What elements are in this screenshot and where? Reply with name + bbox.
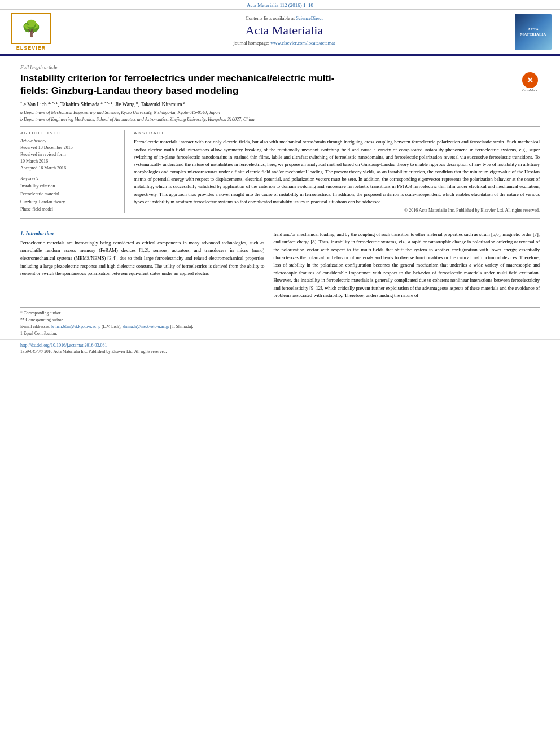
- article-type: Full length article: [20, 64, 540, 70]
- tree-icon: 🌳: [21, 19, 41, 38]
- crossmark-badge[interactable]: ✕ CrossMark: [520, 72, 540, 92]
- footnote-contribution: 1 Equal Contribution.: [20, 330, 540, 337]
- homepage-url[interactable]: www.elsevier.com/locate/actamat: [270, 40, 335, 46]
- intro-paragraph-right: field and/or mechanical loading, and by …: [273, 231, 540, 300]
- right-column: field and/or mechanical loading, and by …: [273, 231, 540, 303]
- journal-volume-info: Acta Materialia 112 (2016) 1–10: [0, 0, 560, 10]
- article-title-line2: fields: Ginzburg-Landau theory based mod…: [20, 85, 238, 96]
- email1-name: (L.V. Lich),: [102, 324, 121, 329]
- article-title-line1: Instability criterion for ferroelectrics…: [20, 73, 334, 84]
- keyword-3: Ginzburg-Landau theory: [20, 198, 117, 206]
- revised-date: 10 March 2016: [20, 158, 117, 165]
- footnote-area: * Corresponding author. ** Corresponding…: [20, 307, 540, 337]
- footnote-email: E-mail addresses: le.lich.68m@st.kyoto-u…: [20, 324, 540, 330]
- section-title: Introduction: [26, 231, 54, 237]
- article-title-row: Instability criterion for ferroelectrics…: [20, 72, 540, 97]
- elsevier-logo: 🌳 ELSEVIER: [6, 13, 56, 51]
- bottom-links: http://dx.doi.org/10.1016/j.actamat.2016…: [0, 339, 560, 357]
- abstract-text: Ferroelectric materials interact with no…: [134, 138, 540, 206]
- abstract-copyright: © 2016 Acta Materialia Inc. Published by…: [134, 208, 540, 213]
- divider-2: [20, 218, 540, 219]
- journal-title: Acta Materialia: [62, 23, 506, 38]
- email-label: E-mail addresses:: [20, 324, 50, 329]
- homepage-line: journal homepage: www.elsevier.com/locat…: [62, 40, 506, 46]
- crossmark-label: CrossMark: [522, 89, 537, 92]
- author-jie-wang: Jie Wang: [115, 102, 135, 107]
- logo-box: 🌳: [11, 13, 51, 44]
- bottom-copyright: 1359-6454/© 2016 Acta Materialia Inc. Pu…: [20, 349, 540, 354]
- doi-link[interactable]: http://dx.doi.org/10.1016/j.actamat.2016…: [20, 343, 540, 348]
- journal-header: 🌳 ELSEVIER Contents lists available at S…: [0, 10, 560, 55]
- homepage-label: journal homepage:: [234, 40, 270, 46]
- accepted-date: Accepted 16 March 2016: [20, 165, 117, 172]
- affiliations: a Department of Mechanical Engineering a…: [20, 110, 540, 123]
- keyword-4: Phase-field model: [20, 206, 117, 213]
- sciencedirect-link[interactable]: ScienceDirect: [296, 15, 323, 21]
- revised-date-label: Received in revised form: [20, 151, 117, 158]
- email2-link[interactable]: shimada@me.kyoto-u.ac.jp: [123, 324, 169, 329]
- history-label: Article history:: [20, 138, 117, 143]
- author-shimada: Takahiro Shimada: [60, 102, 99, 107]
- received-date: Received 18 December 2015: [20, 145, 117, 151]
- intro-paragraph-1: Ferroelectric materials are increasingly…: [20, 239, 264, 278]
- footnote-star: * Corresponding author.: [20, 310, 540, 317]
- author-kitamura: Takayuki Kitamura: [141, 102, 182, 107]
- intro-heading: 1. Introduction: [20, 231, 264, 237]
- section-number: 1.: [20, 231, 24, 237]
- keyword-1: Instability criterion: [20, 182, 117, 190]
- article-title: Instability criterion for ferroelectrics…: [20, 72, 515, 97]
- abstract-section: ABSTRACT Ferroelectric materials interac…: [134, 130, 540, 213]
- article-body: Full length article Instability criterio…: [0, 60, 560, 226]
- footnote-double-star: ** Corresponding author.: [20, 317, 540, 324]
- thumb-label: ACTA MATERIALIA: [515, 27, 552, 37]
- article-info-title: ARTICLE INFO: [20, 130, 117, 136]
- author-le-van-lich: Le Van Lich: [20, 102, 47, 107]
- contents-label: Contents lists available at: [246, 15, 295, 21]
- authors-line: Le Van Lich a, *, 1, Takahiro Shimada a,…: [20, 101, 540, 107]
- keywords-label: Keywords:: [20, 176, 117, 181]
- thumb-image: ACTA MATERIALIA: [515, 14, 552, 50]
- crossmark-icon: ✕: [522, 72, 538, 88]
- abstract-title: ABSTRACT: [134, 130, 540, 136]
- elsevier-text: ELSEVIER: [16, 45, 46, 51]
- info-abstract-row: ARTICLE INFO Article history: Received 1…: [20, 130, 540, 213]
- divider-1: [20, 126, 540, 127]
- contents-line: Contents lists available at ScienceDirec…: [62, 15, 506, 21]
- left-column: 1. Introduction Ferroelectric materials …: [20, 231, 264, 303]
- affiliation-a: a Department of Mechanical Engineering a…: [20, 110, 540, 116]
- header-separator: [0, 55, 560, 56]
- email2-name: (T. Shimada).: [170, 324, 194, 329]
- email1-link[interactable]: le.lich.68m@st.kyoto-u.ac.jp: [51, 324, 100, 329]
- journal-center: Contents lists available at ScienceDirec…: [56, 13, 512, 51]
- keyword-2: Ferroelectric material: [20, 190, 117, 198]
- affiliation-b: b Department of Engineering Mechanics, S…: [20, 116, 540, 123]
- keywords-list: Instability criterion Ferroelectric mate…: [20, 182, 117, 213]
- main-content: 1. Introduction Ferroelectric materials …: [0, 231, 560, 303]
- journal-thumbnail: ACTA MATERIALIA: [512, 13, 554, 51]
- article-info: ARTICLE INFO Article history: Received 1…: [20, 130, 125, 213]
